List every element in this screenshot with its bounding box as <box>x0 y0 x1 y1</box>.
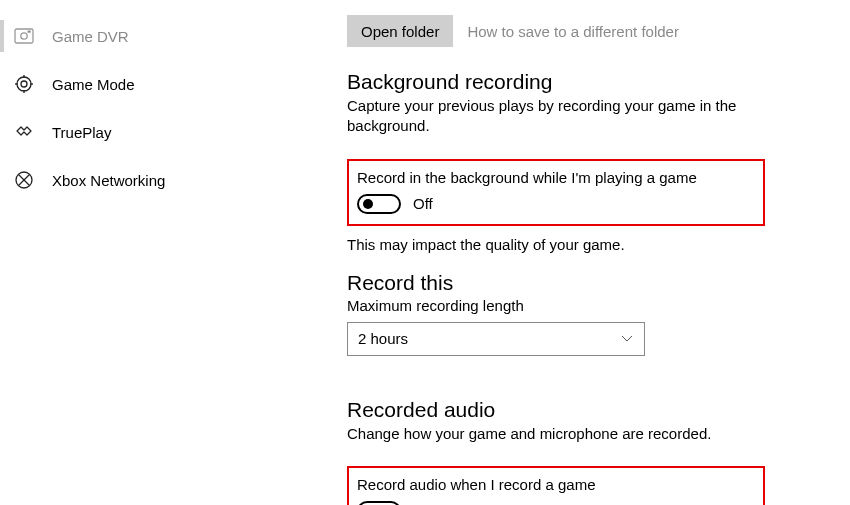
top-actions: Open folder How to save to a different f… <box>347 14 820 48</box>
sidebar: Game DVR Game Mode TruePlay <box>0 0 295 505</box>
record-this-subtitle: Maximum recording length <box>347 297 820 314</box>
toggle-state: Off <box>413 195 433 212</box>
xbox-icon <box>14 170 34 190</box>
sidebar-item-game-mode[interactable]: Game Mode <box>0 60 295 108</box>
sidebar-item-label: TruePlay <box>52 124 111 141</box>
section-title-recorded-audio: Recorded audio <box>347 398 820 422</box>
section-desc: Change how your game and microphone are … <box>347 424 767 444</box>
camera-icon <box>14 26 34 46</box>
svg-point-1 <box>21 33 27 39</box>
section-title-record-this: Record this <box>347 271 820 295</box>
target-icon <box>14 74 34 94</box>
toggle-background-recording[interactable] <box>357 194 401 214</box>
sidebar-item-label: Game Mode <box>52 76 135 93</box>
sidebar-item-xbox-networking[interactable]: Xbox Networking <box>0 156 295 204</box>
how-to-save-link[interactable]: How to save to a different folder <box>467 23 679 40</box>
svg-point-4 <box>21 81 27 87</box>
setting-label: Record in the background while I'm playi… <box>357 169 755 186</box>
handshake-icon <box>14 122 34 142</box>
chevron-down-icon <box>620 332 634 346</box>
max-length-select[interactable]: 2 hours <box>347 322 645 356</box>
open-folder-button[interactable]: Open folder <box>347 15 453 47</box>
highlight-background-recording: Record in the background while I'm playi… <box>347 159 765 226</box>
sidebar-item-label: Xbox Networking <box>52 172 165 189</box>
impact-note: This may impact the quality of your game… <box>347 236 820 253</box>
setting-label: Record audio when I record a game <box>357 476 755 493</box>
sidebar-item-trueplay[interactable]: TruePlay <box>0 108 295 156</box>
sidebar-item-game-dvr[interactable]: Game DVR <box>0 12 295 60</box>
svg-point-3 <box>17 77 31 91</box>
section-title-background-recording: Background recording <box>347 70 820 94</box>
section-desc: Capture your previous plays by recording… <box>347 96 767 137</box>
sidebar-item-label: Game DVR <box>52 28 129 45</box>
highlight-recorded-audio: Record audio when I record a game Off <box>347 466 765 505</box>
main-content: Open folder How to save to a different f… <box>295 0 850 505</box>
toggle-record-audio[interactable] <box>357 501 401 505</box>
select-value: 2 hours <box>358 330 408 347</box>
svg-rect-2 <box>28 31 30 32</box>
